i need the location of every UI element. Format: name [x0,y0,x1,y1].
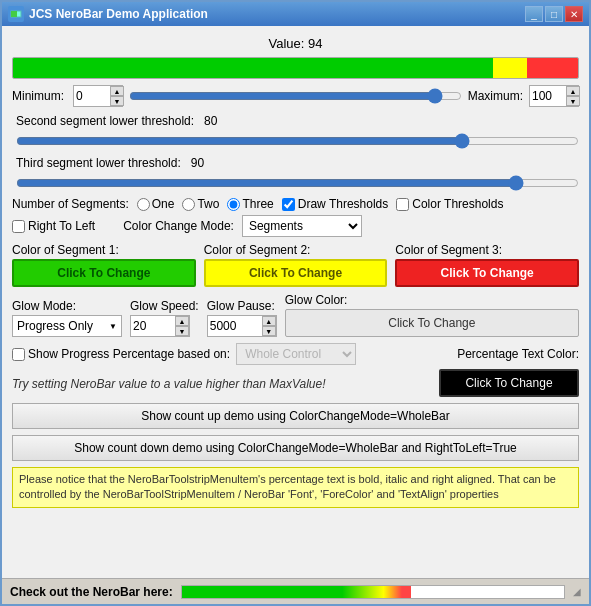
notice-text: Please notice that the NeroBarToolstripM… [19,473,556,500]
glow-color-label: Glow Color: [285,293,579,307]
count-up-label: Show count up demo using ColorChangeMode… [141,409,450,423]
glow-pause-col: Glow Pause: 5000 ▲ ▼ [207,299,277,337]
glow-pause-label: Glow Pause: [207,299,277,313]
second-threshold-row: Second segment lower threshold: 80 [12,114,579,128]
glow-speed-spinbox[interactable]: 20 ▲ ▼ [130,315,190,337]
ccm-select[interactable]: Segments WholeBar [242,215,362,237]
color-col-1: Color of Segment 1: Click To Change [12,243,196,287]
progress-bar-fill [13,58,578,78]
rtl-check-label[interactable]: Right To Left [12,219,95,233]
color-seg3-button[interactable]: Click To Change [395,259,579,287]
radio-three[interactable] [227,198,240,211]
main-slider-row: Minimum: 0 ▲ ▼ Maximum: 100 ▲ ▼ [12,85,579,107]
glow-color-button[interactable]: Click To Change [285,309,579,337]
glow-speed-down[interactable]: ▼ [175,326,189,336]
color-seg1-label: Color of Segment 1: [12,243,196,257]
color-thresholds-checkbox[interactable] [396,198,409,211]
max-label: Maximum: [468,89,523,103]
max-spin-down[interactable]: ▼ [566,96,580,106]
draw-thresholds-checkbox[interactable] [282,198,295,211]
radio-two[interactable] [182,198,195,211]
resize-grip-icon: ◢ [573,586,581,597]
glow-section: Glow Mode: Progress Only ▼ Glow Speed: 2… [12,293,579,337]
glow-mode-dropdown[interactable]: Progress Only ▼ [12,315,122,337]
draw-thresholds-label: Draw Thresholds [298,197,388,211]
color-seg2-btn-text: Click To Change [249,266,342,280]
main-window: JCS NeroBar Demo Application _ □ ✕ Value… [0,0,591,606]
radio-one[interactable] [137,198,150,211]
min-spinbox[interactable]: 0 ▲ ▼ [73,85,123,107]
color-thresholds-label: Color Thresholds [412,197,503,211]
main-slider[interactable] [129,88,462,104]
segments-row: Number of Segments: One Two Three Draw T… [12,197,579,211]
max-spinbox[interactable]: 100 ▲ ▼ [529,85,579,107]
rtl-checkbox[interactable] [12,220,25,233]
second-threshold-slider[interactable] [16,133,579,149]
draw-thresholds-check-label[interactable]: Draw Thresholds [282,197,388,211]
maximize-button[interactable]: □ [545,6,563,22]
glow-speed-spin-buttons: ▲ ▼ [175,316,189,336]
title-buttons: _ □ ✕ [525,6,583,22]
count-up-button[interactable]: Show count up demo using ColorChangeMode… [12,403,579,429]
segments-label: Number of Segments: [12,197,129,211]
glow-pause-up[interactable]: ▲ [262,316,276,326]
app-icon [8,6,24,22]
radio-two-label[interactable]: Two [182,197,219,211]
rtl-ccm-row: Right To Left Color Change Mode: Segment… [12,215,579,237]
value-label: Value: 94 [12,34,579,53]
glow-mode-label: Glow Mode: [12,299,122,313]
color-seg2-button[interactable]: Click To Change [204,259,388,287]
glow-pause-spinbox[interactable]: 5000 ▲ ▼ [207,315,277,337]
close-button[interactable]: ✕ [565,6,583,22]
third-threshold-slider[interactable] [16,175,579,191]
radio-three-text: Three [242,197,273,211]
second-slider-row [12,133,579,149]
ccm-label: Color Change Mode: [123,219,234,233]
title-bar-left: JCS NeroBar Demo Application [8,6,208,22]
color-seg3-btn-text: Click To Change [441,266,534,280]
max-spin-up[interactable]: ▲ [566,86,580,96]
status-progress-bar [181,585,565,599]
glow-color-btn-text: Click To Change [388,316,475,330]
pct-based-on-select[interactable]: Whole Control [236,343,356,365]
pct-color-label: Percentage Text Color: [457,347,579,361]
min-spin-up[interactable]: ▲ [110,86,124,96]
radio-one-label[interactable]: One [137,197,175,211]
glow-speed-col: Glow Speed: 20 ▲ ▼ [130,299,199,337]
color-thresholds-check-label[interactable]: Color Thresholds [396,197,503,211]
glow-pause-input[interactable]: 5000 [208,316,262,336]
radio-two-text: Two [197,197,219,211]
glow-pause-down[interactable]: ▼ [262,326,276,336]
radio-three-label[interactable]: Three [227,197,273,211]
glow-speed-up[interactable]: ▲ [175,316,189,326]
show-pct-checkbox[interactable] [12,348,25,361]
min-input[interactable]: 0 [74,86,110,106]
pct-color-button[interactable]: Click To Change [439,369,579,397]
max-input[interactable]: 100 [530,86,566,106]
show-pct-label: Show Progress Percentage based on: [28,347,230,361]
glow-mode-arrow-icon: ▼ [109,322,117,331]
color-section: Color of Segment 1: Click To Change Colo… [12,243,579,287]
color-seg2-label: Color of Segment 2: [204,243,388,257]
glow-speed-input[interactable]: 20 [131,316,175,336]
glow-color-col: Glow Color: Click To Change [285,293,579,337]
progress-bar [12,57,579,79]
minimize-button[interactable]: _ [525,6,543,22]
min-spin-down[interactable]: ▼ [110,96,124,106]
pct-color-btn-text: Click To Change [465,376,552,390]
show-pct-check-label[interactable]: Show Progress Percentage based on: [12,347,230,361]
max-spin-buttons: ▲ ▼ [566,86,580,106]
glow-mode-col: Glow Mode: Progress Only ▼ [12,299,122,337]
content-area: Value: 94 Minimum: 0 ▲ ▼ Maximum: 100 [2,26,589,578]
color-seg1-button[interactable]: Click To Change [12,259,196,287]
second-threshold-value: 80 [204,114,217,128]
percentage-row: Show Progress Percentage based on: Whole… [12,343,579,365]
radio-one-text: One [152,197,175,211]
status-progress-fill [182,586,411,598]
status-text: Check out the NeroBar here: [10,585,173,599]
count-down-button[interactable]: Show count down demo using ColorChangeMo… [12,435,579,461]
second-threshold-label: Second segment lower threshold: [16,114,194,128]
min-label: Minimum: [12,89,67,103]
window-title: JCS NeroBar Demo Application [29,7,208,21]
color-seg1-btn-text: Click To Change [57,266,150,280]
